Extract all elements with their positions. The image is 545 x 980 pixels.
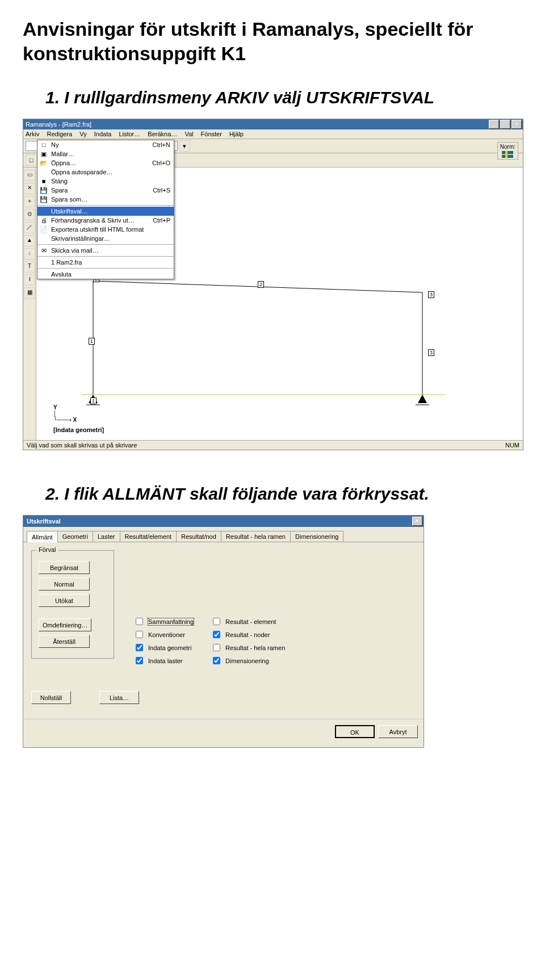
tab-resultat-hela-ramen[interactable]: Resultat - hela ramen [221,531,291,542]
tb-new-icon[interactable]: □ [26,154,37,166]
check-indata-laster[interactable]: Indata laster [133,655,194,666]
menu-berakna[interactable]: Beräkna… [148,131,177,137]
btn-lista[interactable]: Lista… [99,691,139,704]
status-num: NUM [505,442,519,449]
check-label: Resultat - noder [225,631,270,638]
check-label: Sammanfattning [148,618,194,625]
check-sammanfattning[interactable]: Sammanfattning [133,616,194,627]
status-text: Välj vad som skall skrivas ut på skrivar… [27,442,137,449]
menu-vy[interactable]: Vy [79,131,86,137]
btn-utokat[interactable]: Utökat [39,594,90,607]
btn-avbryt[interactable]: Avbryt [378,725,418,738]
menu-item-mallar[interactable]: ▣Mallar… [37,149,174,158]
menu-hjalp[interactable]: Hjälp [229,131,244,137]
btn-nollstall[interactable]: Nollställ [31,691,71,704]
tab-resultat-nod[interactable]: Resultat/nod [176,531,221,542]
tab-geometri[interactable]: Geometri [57,531,93,542]
menu-item-ny[interactable]: □NyCtrl+N [37,140,174,149]
menu-separator [37,244,174,245]
tool-measure-icon[interactable]: Ⅰ [24,274,35,286]
sweden-flag-icon[interactable] [502,151,513,158]
btn-omdefiniering[interactable]: Omdefiniering… [39,618,91,631]
menu-arkiv[interactable]: Arkiv [26,131,39,137]
menu-item-exportera-html[interactable]: 📄Exportera utskrift till HTML format [37,225,174,234]
print-preview-icon: 🖨 [40,216,48,224]
tab-dimensionering[interactable]: Dimensionering [290,531,343,542]
tb-generic-icon[interactable]: ▾ [179,140,190,152]
arkiv-dropdown-menu: □NyCtrl+N ▣Mallar… 📂Öppna…Ctrl+O Öppna a… [37,140,174,279]
menu-item-spara-som[interactable]: 💾Spara som… [37,195,174,204]
check-indata-geometri[interactable]: Indata geometri [133,642,194,653]
utskriftsval-dialog: Utskriftsval × Allmänt Geometri Laster R… [23,515,424,748]
btn-ok[interactable]: OK [335,725,375,738]
tool-text-icon[interactable]: T [24,261,35,273]
menubar: Arkiv Redigera Vy Indata Listor… Beräkna… [23,129,523,139]
btn-aterstall[interactable]: Återställ [39,635,90,648]
menu-item-forhandsgranska[interactable]: 🖨Förhandsgranska & Skriv ut…Ctrl+P [37,216,174,225]
svg-marker-5 [418,395,427,403]
menu-listor[interactable]: Listor… [119,131,140,137]
menu-val[interactable]: Val [185,131,193,137]
check-resultat-hela-ramen[interactable]: Resultat - hela ramen [211,642,285,653]
tab-resultat-element[interactable]: Resultat/element [120,531,177,542]
tool-support-icon[interactable]: ▲ [24,235,35,246]
dialog-tabs: Allmänt Geometri Laster Resultat/element… [23,527,424,542]
tab-laster[interactable]: Laster [93,531,120,542]
checkbox[interactable] [213,644,220,651]
minimize-button[interactable]: _ [489,120,499,129]
checkbox[interactable] [136,657,143,664]
menu-item-utskriftsval[interactable]: Utskriftsval… [37,207,174,216]
norm-label: Norm: [500,144,515,150]
close-icon: ■ [40,177,48,185]
tool-plus-icon[interactable]: ＋ [24,196,35,207]
checkbox[interactable] [136,644,143,651]
check-label: Indata geometri [148,644,191,651]
checkbox[interactable] [136,631,143,638]
btn-begransat[interactable]: Begränsat [39,561,90,574]
menu-fonster[interactable]: Fönster [201,131,222,137]
canvas-caption: [Indata geometri] [53,426,104,433]
menu-item-recent-1[interactable]: 1 Ram2.fra [37,258,174,267]
menu-item-avsluta[interactable]: Avsluta [37,270,174,279]
checkbox[interactable] [213,631,220,638]
norm-box: Norm: [497,142,518,160]
tool-node-icon[interactable]: ⊙ [24,209,35,220]
forval-legend: Förval [36,546,58,553]
check-label: Konventioner [148,631,185,638]
checkbox-column-right: Resultat - element Resultat - noder Resu… [211,616,285,668]
tab-allmant[interactable]: Allmänt [27,531,58,542]
element-label-3: 3 [428,349,434,356]
close-window-button[interactable]: × [512,120,522,129]
menu-item-oppna[interactable]: 📂Öppna…Ctrl+O [37,158,174,167]
tool-grid-icon[interactable]: ▦ [24,287,35,299]
tool-line-icon[interactable]: ／ [24,222,35,233]
check-resultat-element[interactable]: Resultat - element [211,616,285,627]
checkbox[interactable] [213,618,220,625]
frame-geometry [82,258,445,406]
maximize-button[interactable]: □ [500,120,510,129]
element-label-1: 1 [89,338,95,345]
tool-load-icon[interactable]: ↓ [24,248,35,259]
checkbox[interactable] [136,618,143,625]
templates-icon: ▣ [40,150,48,158]
check-konventioner[interactable]: Konventioner [133,629,194,640]
checkbox[interactable] [213,657,220,664]
menu-indata[interactable]: Indata [94,131,112,137]
menu-item-spara[interactable]: 💾SparaCtrl+S [37,186,174,195]
dialog-title: Utskriftsval [27,518,61,525]
statusbar: Välj vad som skall skrivas ut på skrivar… [23,440,523,450]
menu-item-skicka-mail[interactable]: ✉Skicka via mail… [37,246,174,255]
check-resultat-noder[interactable]: Resultat - noder [211,629,285,640]
btn-normal[interactable]: Normal [39,577,90,590]
check-dimensionering[interactable]: Dimensionering [211,655,285,666]
axis-y-label: Y [53,404,77,411]
menu-redigera[interactable]: Redigera [47,131,73,137]
tool-cross-icon[interactable]: ✕ [24,183,35,194]
menu-separator [37,268,174,269]
menu-item-oppna-auto[interactable]: Öppna autosparade… [37,167,174,177]
menu-item-skrivarinstallningar[interactable]: Skrivarinställningar… [37,234,174,243]
ramanalys-window: Ramanalys - [Ram2.fra] _ □ × Arkiv Redig… [23,119,523,450]
menu-item-stang[interactable]: ■Stäng [37,177,174,186]
dialog-close-button[interactable]: × [412,517,422,526]
tool-select-icon[interactable]: ▭ [24,170,35,181]
